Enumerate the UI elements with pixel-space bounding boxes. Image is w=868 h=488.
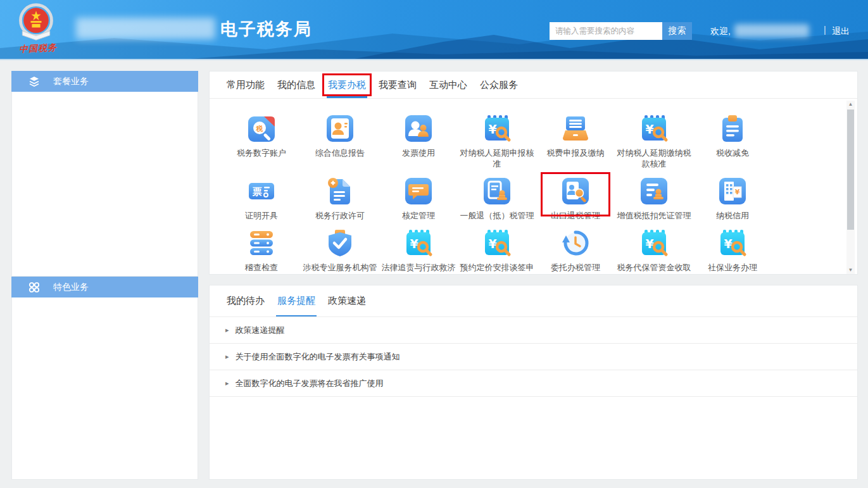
tab-item[interactable]: 互动中心 [428, 72, 469, 98]
app-item[interactable]: 核定管理 [379, 176, 458, 228]
app-item[interactable]: 综合信息报告 [301, 113, 379, 165]
app-item[interactable]: ¥ 社保业务办理 [693, 228, 772, 275]
doc-plus-icon [325, 176, 355, 206]
svg-text:¥: ¥ [488, 237, 496, 251]
sidebar-header-featured[interactable]: 特色业务 [11, 277, 198, 297]
scroll-up-icon[interactable]: ▲ [846, 101, 855, 108]
app-item[interactable]: 税收减免 [693, 113, 772, 165]
app-label: 预约定价安排谈签申请 [458, 262, 536, 275]
app-label: 一般退（抵）税管理 [460, 210, 534, 221]
tab-item[interactable]: 常用功能 [225, 72, 266, 98]
function-tabs: 常用功能 我的信息 我要办税 我要查询 互动中心 公众服务 [210, 72, 857, 99]
app-item[interactable]: 稽查检查 [222, 228, 301, 275]
app-item[interactable]: 税 税务数字账户 [222, 113, 301, 165]
header-separator: | [824, 25, 826, 35]
app-label: 社保业务办理 [708, 262, 757, 273]
app-label: 增值税抵扣凭证管理 [617, 210, 691, 221]
search-button[interactable]: 搜索 [662, 22, 692, 40]
tab-item[interactable]: 我的待办 [225, 285, 266, 316]
app-label: 税费申报及缴纳 [547, 147, 605, 158]
app-item[interactable]: 发票使用 [379, 113, 458, 165]
calendar-search-cyan-icon: ¥ [717, 228, 748, 258]
welcome-label: 欢迎, [710, 26, 731, 37]
tab-label: 我要查询 [379, 79, 417, 91]
app-item[interactable]: ¥ 对纳税人延期申报核准 [458, 113, 536, 176]
sidebar-panel-package [11, 92, 198, 277]
app-item[interactable]: ¥ 税务代保管资金收取 [615, 228, 693, 275]
tab-label: 服务提醒 [277, 295, 315, 307]
search-input[interactable] [550, 22, 662, 40]
notice-panel: 我的待办 服务提醒 政策速递 ▸ 政策速递提醒 ▸ 关于使用全面数字化的电子发票… [209, 285, 858, 480]
notice-item[interactable]: ▸ 政策速递提醒 [210, 317, 857, 344]
tab-label: 公众服务 [480, 79, 518, 91]
app-item[interactable]: 涉税专业服务机构管理 [301, 228, 379, 275]
e-tax-portal: { "header": { "title": "电子税务局", "logo_ca… [0, 0, 868, 488]
tax-account-icon: 税 [246, 113, 277, 144]
notice-item[interactable]: ▸ 全面数字化的电子发票将在我省推广使用 [210, 370, 857, 397]
function-panel: 常用功能 我的信息 我要办税 我要查询 互动中心 公众服务 税 税务数字账户 综… [209, 71, 858, 275]
doc-stamp-icon [482, 176, 512, 206]
calendar-search-blue-icon: ¥ [482, 113, 512, 144]
scrollbar[interactable]: ▲ ▼ [846, 101, 855, 274]
app-item[interactable]: 一般退（抵）税管理 [458, 176, 536, 228]
app-item[interactable]: 增值税抵扣凭证管理 [615, 176, 693, 228]
sidebar-header-package[interactable]: 套餐业务 [11, 71, 198, 92]
notice-text: 关于使用全面数字化的电子发票有关事项通知 [236, 351, 400, 363]
scroll-thumb[interactable] [847, 109, 854, 230]
app-item[interactable]: ¥ 法律追责与行政救济事项 [379, 228, 458, 275]
calendar-search-cyan-icon: ¥ [639, 228, 669, 258]
tab-item[interactable]: 我的信息 [276, 72, 317, 98]
arrow-right-icon: ▸ [225, 326, 229, 334]
tab-label: 常用功能 [227, 79, 265, 91]
arrow-right-icon: ▸ [225, 379, 229, 387]
app-item[interactable]: 出口退税管理 [536, 176, 615, 228]
app-item[interactable]: 税务行政许可 [301, 176, 379, 228]
calendar-search-cyan-icon: ¥ [403, 228, 434, 258]
sidebar: 套餐业务 特色业务 [11, 71, 198, 480]
app-item[interactable]: 委托办税管理 [536, 228, 615, 275]
grid-circles-icon [28, 281, 41, 294]
app-label: 税务行政许可 [315, 210, 365, 221]
sidebar-section-label: 套餐业务 [53, 76, 89, 87]
person-report-icon [325, 113, 355, 144]
app-item[interactable]: ¥ 对纳税人延期缴纳税款核准 [615, 113, 693, 176]
clock-history-icon [560, 228, 591, 258]
notice-text: 政策速递提醒 [236, 325, 285, 336]
notice-item[interactable]: ▸ 关于使用全面数字化的电子发票有关事项通知 [210, 344, 857, 370]
arrow-right-icon: ▸ [225, 353, 229, 361]
tab-item[interactable]: 我要查询 [377, 72, 418, 98]
svg-text:¥: ¥ [645, 122, 653, 136]
tab-label: 我要办税 [328, 79, 366, 91]
app-label: 对纳税人延期申报核准 [458, 147, 536, 169]
app-label: 涉税专业服务机构管理 [301, 262, 379, 275]
tray-files-icon [560, 113, 591, 144]
invoice-users-icon [403, 113, 434, 144]
app-item[interactable]: 税费申报及缴纳 [536, 113, 615, 165]
sidebar-panel-featured [11, 297, 198, 480]
notice-text: 全面数字化的电子发票将在我省推广使用 [236, 378, 384, 389]
list-stamp-icon [639, 176, 669, 206]
tab-item[interactable]: 公众服务 [479, 72, 519, 98]
app-label: 稽查检查 [245, 262, 278, 273]
tab-item[interactable]: 政策速递 [327, 285, 367, 316]
tab-item[interactable]: 服务提醒 [276, 285, 317, 316]
app-item[interactable]: ¥ 纳税信用 [693, 176, 772, 228]
notice-list: ▸ 政策速递提醒 ▸ 关于使用全面数字化的电子发票有关事项通知 ▸ 全面数字化的… [210, 317, 857, 397]
logout-link[interactable]: 退出 [832, 26, 850, 37]
svg-text:¥: ¥ [735, 188, 740, 196]
ticket-card-icon: 票 [246, 176, 277, 206]
logo-caption: 中国税务 [9, 42, 68, 56]
app-label: 证明开具 [245, 210, 278, 221]
app-item[interactable]: 票 证明开具 [222, 176, 301, 228]
app-item[interactable]: ¥ 预约定价安排谈签申请 [458, 228, 536, 275]
tab-item[interactable]: 我要办税 [327, 72, 367, 98]
app-label: 对纳税人延期缴纳税款核准 [615, 147, 693, 169]
app-label: 税务代保管资金收取 [617, 262, 691, 273]
tab-label: 政策速递 [328, 295, 366, 307]
building-receipt-icon: ¥ [717, 176, 748, 206]
app-label: 出口退税管理 [551, 210, 600, 221]
scroll-down-icon[interactable]: ▼ [846, 266, 855, 274]
app-label: 税收减免 [716, 147, 749, 158]
chat-bubble-icon [403, 176, 434, 206]
tab-label: 我的待办 [227, 295, 265, 307]
